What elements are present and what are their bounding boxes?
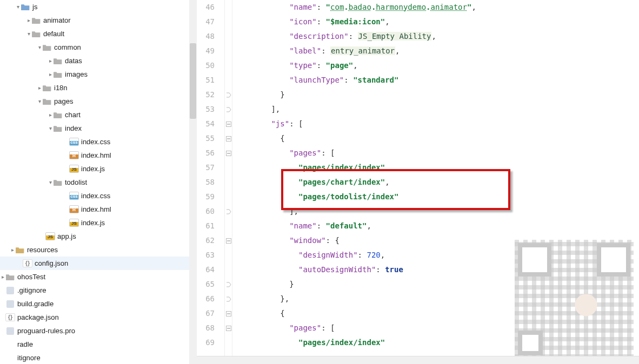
tree-item-label: proguard-rules.pro — [17, 327, 75, 335]
tree-item-label: config.json — [35, 259, 68, 267]
code-token: , — [471, 3, 476, 11]
code-token: : — [349, 32, 358, 41]
tree-item[interactable]: cssindex.css — [0, 135, 197, 149]
project-tree[interactable]: ▾js▸animator▾default▾common▸datas▸images… — [0, 0, 197, 364]
tree-item-label: itignore — [17, 354, 41, 362]
chevron-right-icon[interactable]: ▸ — [48, 58, 53, 64]
hml-file-icon: H — [69, 205, 79, 214]
code-token: com — [330, 3, 344, 11]
chevron-down-icon[interactable]: ▾ — [48, 179, 53, 185]
tree-item[interactable]: .gitignore — [0, 284, 197, 297]
tree-item[interactable]: cssindex.css — [0, 189, 197, 203]
sidebar-scrollbar[interactable] — [189, 0, 197, 364]
code-token: , — [385, 17, 389, 26]
code-editor[interactable]: 4647484950515253545556575859606162636465… — [197, 0, 639, 364]
tree-item-label: index.hml — [81, 205, 111, 213]
chevron-right-icon[interactable]: ▸ — [48, 112, 53, 118]
code-line[interactable]: "name": "com.badao.harmonydemo.animator"… — [235, 0, 639, 15]
tree-item[interactable]: ▸ohosTest — [0, 270, 197, 284]
tree-item[interactable]: ▾pages — [0, 95, 197, 108]
fold-close-icon[interactable] — [225, 87, 232, 102]
tree-item[interactable]: ▾default — [0, 27, 197, 41]
chevron-right-icon[interactable]: ▸ — [0, 274, 5, 280]
tree-item[interactable]: itignore — [0, 351, 197, 364]
folder-icon — [31, 30, 41, 38]
code-line[interactable]: "icon": "$media:icon", — [235, 15, 639, 29]
tree-item-label: radle — [17, 340, 33, 348]
tree-item[interactable]: JSindex.js — [0, 216, 197, 230]
fold-none — [225, 248, 232, 262]
fold-open-icon[interactable] — [225, 306, 232, 321]
folder-icon — [53, 70, 63, 79]
code-line[interactable]: "type": "page", — [235, 58, 639, 73]
fold-open-icon[interactable] — [225, 117, 232, 131]
tree-item[interactable]: JSindex.js — [0, 162, 197, 176]
fold-close-icon[interactable] — [225, 277, 232, 292]
tree-item[interactable]: ▸animator — [0, 14, 197, 27]
code-line[interactable]: "pages": [ — [235, 146, 639, 160]
tree-item[interactable]: ▾common — [0, 41, 197, 54]
tree-item[interactable]: ▸i18n — [0, 81, 197, 95]
line-number: 61 — [197, 219, 215, 233]
chevron-right-icon[interactable]: ▸ — [26, 17, 31, 23]
code-line[interactable]: { — [235, 131, 639, 146]
code-token: "pages/todolist/index" — [298, 192, 398, 201]
chevron-right-icon[interactable]: ▸ — [10, 247, 15, 253]
fold-close-icon[interactable] — [225, 204, 232, 219]
code-token: . — [426, 3, 430, 11]
code-line[interactable]: "description": JS_Empty Ability, — [235, 29, 639, 44]
code-line[interactable]: "pages/todolist/index" — [235, 190, 639, 204]
fold-close-icon[interactable] — [225, 292, 232, 306]
tree-item[interactable]: {}config.json — [0, 257, 197, 270]
tree-item[interactable]: ▾js — [0, 0, 197, 14]
chevron-down-icon[interactable]: ▾ — [37, 98, 42, 104]
code-line[interactable]: } — [235, 87, 639, 102]
tree-item[interactable]: {}package.json — [0, 311, 197, 324]
code-token: "pages/index/index" — [298, 163, 385, 172]
code-line[interactable]: "label": entry_animator, — [235, 44, 639, 58]
chevron-right-icon[interactable]: ▸ — [37, 85, 42, 91]
no-icon — [5, 340, 15, 349]
code-token: "label" — [289, 46, 321, 55]
chevron-down-icon[interactable]: ▾ — [48, 125, 53, 131]
tree-item[interactable]: ▸resources — [0, 243, 197, 257]
code-line[interactable]: "pages/index/index", — [235, 160, 639, 175]
tree-item[interactable]: ▸chart — [0, 108, 197, 122]
code-line[interactable]: "name": "default", — [235, 219, 639, 233]
code-line[interactable]: "js": [ — [235, 117, 639, 131]
code-line[interactable]: "launchType": "standard" — [235, 73, 639, 87]
sidebar-scrollbar-thumb[interactable] — [190, 43, 196, 119]
tree-item[interactable]: radle — [0, 338, 197, 351]
tree-item[interactable]: ▸images — [0, 68, 197, 81]
fold-close-icon[interactable] — [225, 102, 232, 117]
tree-item[interactable]: JSapp.js — [0, 230, 197, 243]
tree-item[interactable]: Hindex.hml — [0, 149, 197, 162]
code-line[interactable]: "pages/chart/index", — [235, 175, 639, 190]
chevron-down-icon[interactable]: ▾ — [37, 44, 42, 50]
fold-open-icon[interactable] — [225, 233, 232, 248]
editor-horizontal-scrollbar[interactable] — [197, 356, 639, 364]
tree-item-label: js — [32, 3, 37, 11]
fold-open-icon[interactable] — [225, 321, 232, 335]
code-line[interactable]: ], — [235, 102, 639, 117]
chevron-down-icon[interactable]: ▾ — [15, 4, 21, 10]
folder-icon — [21, 3, 30, 11]
code-line[interactable]: ], — [235, 204, 639, 219]
code-token: JS_Empty Ability — [358, 32, 432, 41]
tree-item[interactable]: proguard-rules.pro — [0, 324, 197, 338]
fold-open-icon[interactable] — [225, 146, 232, 160]
tree-item[interactable]: ▸datas — [0, 54, 197, 68]
chevron-down-icon[interactable]: ▾ — [26, 31, 31, 37]
tree-item[interactable]: ▾index — [0, 122, 197, 135]
folder-icon — [31, 16, 41, 25]
folder-icon — [53, 178, 63, 187]
tree-item[interactable]: ▾todolist — [0, 176, 197, 189]
chevron-right-icon[interactable]: ▸ — [48, 71, 53, 77]
tree-item[interactable]: Hindex.hml — [0, 203, 197, 216]
code-token: : — [317, 61, 326, 70]
tree-item[interactable]: build.gradle — [0, 297, 197, 311]
line-number: 52 — [197, 87, 215, 102]
fold-open-icon[interactable] — [225, 131, 232, 146]
editor-fold-column[interactable] — [225, 0, 232, 364]
code-token: , — [353, 61, 357, 70]
